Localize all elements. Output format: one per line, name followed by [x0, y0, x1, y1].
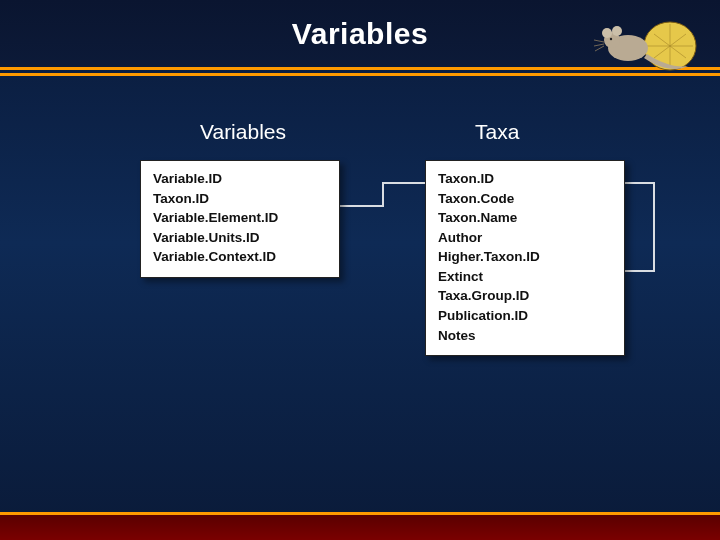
slide-header: Variables: [0, 0, 720, 70]
slide-footer: [0, 512, 720, 540]
table-field: Taxon.Code: [438, 189, 612, 209]
table-box-taxa: Taxon.ID Taxon.Code Taxon.Name Author Hi…: [425, 160, 625, 356]
slide-body: Variables Taxa Variable.ID Taxon.ID Vari…: [0, 70, 720, 512]
table-box-variables: Variable.ID Taxon.ID Variable.Element.ID…: [140, 160, 340, 278]
connector-line: [653, 182, 655, 272]
table-field: Taxa.Group.ID: [438, 286, 612, 306]
table-field: Variable.ID: [153, 169, 327, 189]
svg-line-12: [595, 46, 604, 51]
slide-title: Variables: [292, 17, 428, 51]
table-field: Publication.ID: [438, 306, 612, 326]
svg-point-7: [602, 28, 612, 38]
table-field: Higher.Taxon.ID: [438, 247, 612, 267]
connector-line: [340, 205, 384, 207]
table-field: Author: [438, 228, 612, 248]
table-field: Extinct: [438, 267, 612, 287]
table-field: Taxon.ID: [438, 169, 612, 189]
table-field: Taxon.ID: [153, 189, 327, 209]
connector-line: [382, 182, 384, 207]
svg-line-11: [594, 44, 604, 46]
column-title-taxa: Taxa: [475, 120, 519, 144]
table-field: Taxon.Name: [438, 208, 612, 228]
connector-line: [382, 182, 425, 184]
svg-point-8: [612, 26, 622, 36]
table-field: Variable.Context.ID: [153, 247, 327, 267]
svg-line-10: [594, 40, 604, 42]
table-field: Variable.Units.ID: [153, 228, 327, 248]
table-field: Notes: [438, 326, 612, 346]
column-title-variables: Variables: [200, 120, 286, 144]
table-field: Variable.Element.ID: [153, 208, 327, 228]
connector-line: [625, 182, 655, 184]
svg-point-9: [610, 38, 612, 40]
connector-line: [625, 270, 655, 272]
